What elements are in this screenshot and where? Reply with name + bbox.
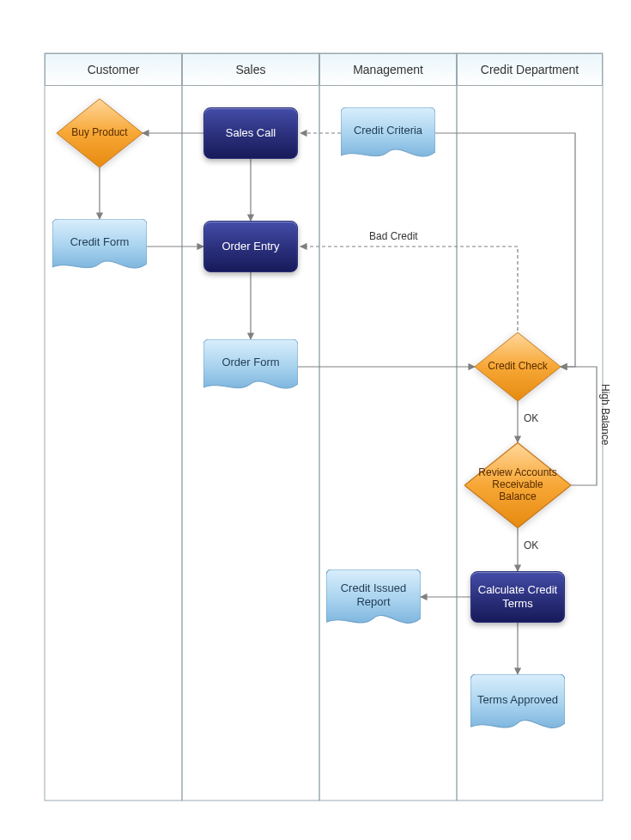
decision-buy-product: Buy Product <box>57 99 143 167</box>
svg-rect-2 <box>319 53 457 800</box>
decision-credit-check: Credit Check <box>475 332 561 401</box>
lane-header-customer: Customer <box>45 53 182 86</box>
doc-credit-issued: Credit Issued Report <box>326 569 421 630</box>
lane-header-management: Management <box>319 53 457 86</box>
edge-label-ok1: OK <box>524 412 538 424</box>
doc-label: Credit Criteria <box>341 107 435 154</box>
doc-credit-criteria: Credit Criteria <box>341 107 435 162</box>
process-order-entry: Order Entry <box>203 221 298 272</box>
doc-label: Credit Form <box>52 219 147 265</box>
doc-label: Terms Approved <box>470 674 565 726</box>
process-sales-call: Sales Call <box>203 107 298 159</box>
doc-terms-approved: Terms Approved <box>470 674 565 734</box>
lane-header-credit: Credit Department <box>457 53 603 86</box>
doc-label: Credit Issued Report <box>326 569 421 621</box>
edge-label-bad-credit: Bad Credit <box>369 230 418 242</box>
lane-header-sales: Sales <box>182 53 319 86</box>
doc-label: Order Form <box>203 339 298 386</box>
doc-order-form: Order Form <box>203 339 298 394</box>
decision-review-ar: Review Accounts Receivable Balance <box>464 442 571 528</box>
process-calc-terms: Calculate Credit Terms <box>470 571 565 623</box>
doc-credit-form: Credit Form <box>52 219 147 274</box>
swimlane-diagram: Customer Sales Management Credit Departm… <box>0 0 631 840</box>
decision-label: Review Accounts Receivable Balance <box>476 442 559 528</box>
edge-label-ok2: OK <box>524 539 538 551</box>
decision-label: Buy Product <box>64 99 136 167</box>
edge-label-high-balance: High Balance <box>599 384 611 445</box>
decision-label: Credit Check <box>482 332 554 401</box>
